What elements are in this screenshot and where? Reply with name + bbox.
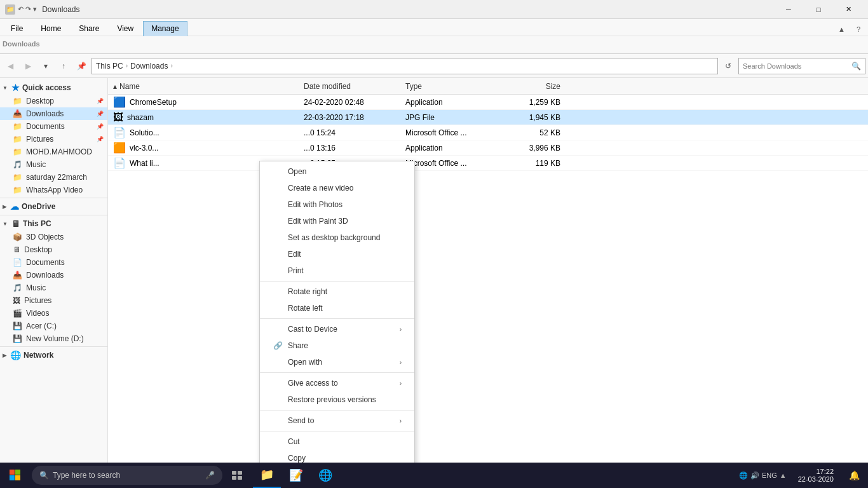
sidebar-item-documents-qa[interactable]: 📁 Documents 📌	[0, 120, 107, 133]
downloads-pc-icon: 📥	[13, 271, 22, 280]
what-file-size: 119 KB	[502, 159, 566, 168]
ctx-give-access[interactable]: Give access to ›	[260, 375, 414, 391]
taskbar-chrome-button[interactable]: 🌐	[311, 463, 339, 488]
thispc-computer-icon: 🖥	[11, 219, 20, 229]
sidebar-header-thispc[interactable]: ▼ 🖥 This PC	[0, 217, 107, 231]
ctx-edit-icon	[273, 249, 283, 259]
sidebar-item-whatsapp[interactable]: 📁 WhatsApp Video	[0, 184, 107, 196]
maximize-button[interactable]: □	[804, 0, 833, 19]
ctx-edit-photos-icon	[273, 200, 283, 210]
ctx-edit-photos[interactable]: Edit with Photos	[260, 196, 414, 213]
taskbar-search-icon: 🔍	[39, 471, 49, 480]
sidebar-item-saturday[interactable]: 📁 saturday 22march	[0, 171, 107, 184]
address-bar[interactable]: This PC › Downloads ›	[92, 58, 718, 74]
taskbar-volume-icon[interactable]: 🔊	[750, 471, 759, 480]
new-volume-d-icon: 💾	[13, 334, 22, 343]
sidebar-item-pictures-pc[interactable]: 🖼 Pictures	[0, 294, 107, 307]
refresh-button[interactable]: ↺	[721, 58, 736, 74]
tab-home[interactable]: Home	[32, 21, 69, 36]
taskbar-notification-button[interactable]: 🔔	[840, 463, 868, 488]
tab-view[interactable]: View	[109, 21, 142, 36]
taskbar-tray-expand-icon[interactable]: ▲	[780, 471, 787, 479]
ctx-open[interactable]: Open	[260, 163, 414, 180]
sidebar-item-music-pc[interactable]: 🎵 Music	[0, 281, 107, 294]
sidebar-section-quickaccess: ▼ ★ Quick access 📁 Desktop 📌 📥 Downloads…	[0, 81, 107, 196]
sidebar-item-desktop-qa[interactable]: 📁 Desktop 📌	[0, 95, 107, 107]
sidebar-header-network[interactable]: ▶ 🌐 Network	[0, 348, 107, 362]
pictures-pc-icon: 🖼	[13, 296, 20, 305]
sidebar-item-acer-c[interactable]: 💾 Acer (C:)	[0, 320, 107, 332]
desktop-qa-label: Desktop	[26, 97, 54, 105]
ctx-edit[interactable]: Edit	[260, 246, 414, 262]
taskbar-search-box[interactable]: 🔍 Type here to search 🎤	[32, 466, 222, 485]
ctx-new-video[interactable]: Create a new video	[260, 180, 414, 196]
sidebar-header-quickaccess[interactable]: ▼ ★ Quick access	[0, 81, 107, 95]
sidebar-header-onedrive[interactable]: ▶ ☁ OneDrive	[0, 200, 107, 214]
vlc-file-name: vlc-3.0...	[130, 144, 158, 152]
nav-forward-button[interactable]: ▶	[20, 58, 36, 74]
ctx-send-to[interactable]: Send to ›	[260, 412, 414, 429]
taskbar-network-icon[interactable]: 🌐	[739, 471, 748, 480]
sidebar-item-downloads-qa[interactable]: 📥 Downloads 📌	[0, 107, 107, 120]
file-row-solutio[interactable]: 📄 Solutio... ...0 15:24 Microsoft Office…	[108, 125, 868, 140]
network-collapse-icon: ▶	[3, 353, 6, 358]
ctx-open-with[interactable]: Open with ›	[260, 354, 414, 370]
column-header-date[interactable]: Date modified	[299, 82, 400, 91]
ctx-restore[interactable]: Restore previous versions	[260, 391, 414, 408]
ctx-print[interactable]: Print	[260, 262, 414, 279]
nav-back-button[interactable]: ◀	[3, 58, 18, 74]
sidebar-item-mahmood[interactable]: 📁 MOHD.MAHMOOD	[0, 146, 107, 158]
taskbar-explorer-button[interactable]: 📁	[253, 463, 281, 488]
file-row-shazam[interactable]: 🖼 shazam 22-03-2020 17:18 JPG File 1,945…	[108, 110, 868, 125]
manage-label: Downloads	[3, 40, 40, 48]
nav-dropdown-button[interactable]: ▾	[38, 58, 53, 74]
ctx-open-with-icon	[273, 357, 283, 367]
ctx-set-desktop[interactable]: Set as desktop background	[260, 229, 414, 246]
app-icon: 📁	[5, 4, 15, 15]
saturday-label: saturday 22march	[26, 173, 87, 182]
window-controls: ─ □ ✕	[774, 0, 863, 19]
column-header-size[interactable]: Size	[502, 82, 566, 91]
ctx-rotate-right[interactable]: Rotate right	[260, 283, 414, 300]
sidebar-item-documents-pc[interactable]: 📄 Documents	[0, 256, 107, 269]
sidebar-item-new-volume-d[interactable]: 💾 New Volume (D:)	[0, 332, 107, 345]
file-row-what[interactable]: 📄 What li... ...0 15:25 Microsoft Office…	[108, 156, 868, 171]
sidebar-item-pictures-qa[interactable]: 📁 Pictures 📌	[0, 133, 107, 146]
search-box[interactable]: 🔍	[738, 58, 865, 74]
tab-file[interactable]: File	[3, 21, 31, 36]
column-header-name[interactable]: ▴ Name	[108, 82, 299, 91]
taskbar-task-view-button[interactable]	[224, 463, 252, 488]
ctx-cut[interactable]: Cut	[260, 433, 414, 450]
file-row-chrome[interactable]: 🟦 ChromeSetup 24-02-2020 02:48 Applicati…	[108, 95, 868, 110]
taskbar-clock[interactable]: 17:22 22-03-2020	[793, 468, 839, 483]
close-button[interactable]: ✕	[834, 0, 863, 19]
tab-share[interactable]: Share	[71, 21, 107, 36]
sidebar-item-music-qa[interactable]: 🎵 Music	[0, 158, 107, 171]
address-path-downloads[interactable]: Downloads	[130, 62, 168, 71]
nav-up-button[interactable]: ↑	[56, 58, 71, 74]
sidebar-item-videos-pc[interactable]: 🎬 Videos	[0, 307, 107, 320]
column-header-type[interactable]: Type	[400, 82, 502, 91]
minimize-button[interactable]: ─	[774, 0, 803, 19]
sidebar-item-desktop-pc[interactable]: 🖥 Desktop	[0, 243, 107, 256]
ribbon-collapse-button[interactable]: ▲	[833, 23, 850, 36]
solutio-file-date: ...0 15:24	[299, 128, 400, 137]
taskbar-word-button[interactable]: 📝	[282, 463, 310, 488]
sidebar-item-downloads-pc[interactable]: 📥 Downloads	[0, 269, 107, 281]
ctx-share[interactable]: 🔗 Share	[260, 337, 414, 354]
sidebar-section-thispc: ▼ 🖥 This PC 📦 3D Objects 🖥 Desktop 📄 Doc…	[0, 217, 107, 345]
ctx-edit-paint3d[interactable]: Edit with Paint 3D	[260, 213, 414, 229]
ctx-separator-2	[260, 318, 414, 319]
sidebar-item-3dobjects[interactable]: 📦 3D Objects	[0, 231, 107, 243]
file-row-vlc[interactable]: 🟧 vlc-3.0... ...0 13:16 Application 3,99…	[108, 140, 868, 156]
downloads-qa-label: Downloads	[26, 109, 64, 118]
nav-pin-button[interactable]: 📌	[74, 58, 89, 74]
what-file-name: What li...	[130, 159, 159, 168]
start-button[interactable]	[0, 463, 31, 488]
tab-manage[interactable]: Manage	[143, 21, 187, 36]
ctx-rotate-left[interactable]: Rotate left	[260, 300, 414, 316]
ctx-cast[interactable]: Cast to Device ›	[260, 321, 414, 337]
taskbar-mic-icon: 🎤	[205, 471, 215, 480]
address-path-thispc[interactable]: This PC	[96, 62, 123, 71]
search-input[interactable]	[743, 62, 849, 70]
